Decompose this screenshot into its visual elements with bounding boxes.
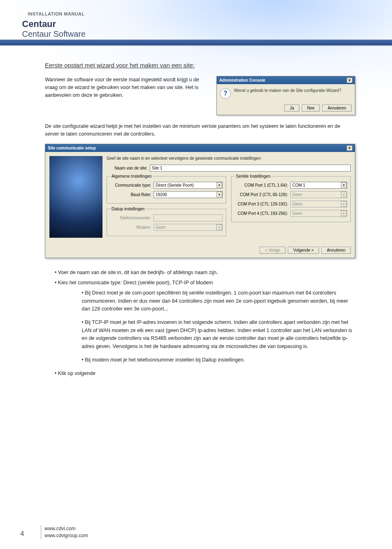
no-button[interactable]: Nee	[302, 105, 320, 112]
comm-type-label: Communicatie type:	[110, 183, 151, 187]
general-legend: Algemene Instellingen	[110, 174, 153, 179]
modem-select: Geen▾	[154, 224, 223, 231]
dialog2-titlebar: Site communicatie setup ×	[45, 144, 355, 152]
chevron-down-icon: ▾	[216, 192, 222, 197]
back-button: < Vorige	[260, 247, 285, 254]
footer-links: www.cdvi.com www.cdvigroup.com	[41, 525, 88, 539]
serial-legend: Seriële Instellingen	[235, 174, 272, 179]
question-icon: ?	[220, 88, 231, 99]
com3-label: COM Port 3 (CTL 129-192):	[235, 202, 288, 206]
com2-select: Geen▾	[290, 191, 347, 198]
wizard-image	[49, 156, 102, 238]
yes-button[interactable]: Ja	[284, 105, 299, 112]
page-number: 4	[20, 530, 24, 538]
chevron-down-icon: ▾	[216, 224, 222, 230]
general-settings-group: Algemene Instellingen Communicatie type:…	[107, 174, 226, 203]
product-subtitle: Centaur Software	[22, 29, 372, 39]
phone-label: Telefoonnummer:	[110, 216, 151, 220]
baud-select[interactable]: 19200▾	[154, 191, 223, 198]
close-icon[interactable]: ×	[347, 145, 352, 151]
chevron-down-icon: ▾	[216, 182, 222, 188]
footer-link-1: www.cdvi.com	[45, 525, 88, 532]
com1-label: COM Port 1 (CTL 1-64):	[235, 183, 288, 187]
dialog-titlebar: Administration Console ×	[217, 76, 355, 84]
com1-select[interactable]: COM 1▾	[290, 182, 347, 189]
modem-label: Modem:	[110, 225, 151, 230]
com3-select: Geen▾	[290, 201, 347, 208]
product-title: Centaur	[22, 19, 372, 29]
bullet-3: • Klik op volgende	[55, 370, 355, 377]
com4-label: COM Port 4 (CTL 193-256):	[235, 211, 288, 216]
intro-paragraph: Wanneer de software voor de eerste maal …	[45, 76, 211, 99]
section-heading: Eerste opstart met wizard voor het maken…	[45, 62, 355, 69]
dialup-legend: Dialup instellingen	[110, 207, 146, 211]
admin-console-dialog: Administration Console × ? Wenst u gebru…	[216, 76, 355, 115]
com2-label: COM Port 2 (CTL 65-128):	[235, 192, 288, 197]
chevron-down-icon: ▾	[341, 192, 347, 197]
site-name-label: Naam van de site:	[107, 166, 147, 170]
phone-input	[154, 214, 223, 221]
dialup-settings-group: Dialup instellingen Telefoonnummer: Mode…	[107, 207, 226, 236]
cancel-button[interactable]: Annuleren	[321, 247, 351, 254]
close-icon[interactable]: ×	[347, 78, 352, 83]
site-setup-dialog: Site communicatie setup × Geef de site n…	[45, 144, 355, 258]
paragraph-2: De site configuratie wizard helpt je met…	[45, 123, 355, 138]
bullet-1: • Voer de naam van de site in, dit kan d…	[55, 269, 355, 277]
chevron-down-icon: ▾	[341, 182, 347, 188]
manual-label: INSTALLATION MANUAL	[28, 11, 372, 16]
bullet-sub-2: • Bij TCP-IP moet je het IP-adres invoer…	[82, 319, 355, 350]
com4-select: Geen▾	[290, 210, 347, 217]
header-bar	[0, 40, 392, 45]
bullet-2: • Kies het communicatie type: Direct (se…	[55, 279, 355, 287]
dialog-title-text: Administration Console	[219, 78, 265, 83]
site-name-input[interactable]	[150, 165, 351, 172]
baud-label: Baud Rate:	[110, 192, 151, 197]
chevron-down-icon: ▾	[341, 201, 347, 207]
dialog2-title-text: Site communicatie setup	[48, 146, 96, 150]
dialog-message: Wenst u gebruik te maken van de Site con…	[234, 88, 341, 93]
footer-link-2: www.cdvigroup.com	[45, 532, 88, 539]
bullet-sub-1: • Bij Direct moet je de com-poort specif…	[82, 289, 355, 313]
next-button[interactable]: Volgende >	[288, 247, 319, 254]
cancel-button[interactable]: Annuleren	[322, 105, 352, 112]
form-instruction: Geef de site naam in en selecteer vervol…	[107, 156, 351, 161]
chevron-down-icon: ▾	[341, 210, 347, 216]
bullet-sub-3: • Bij modem moet je het telefoonnummer i…	[82, 356, 355, 364]
serial-settings-group: Seriële Instellingen COM Port 1 (CTL 1-6…	[231, 174, 351, 222]
comm-type-select[interactable]: Direct (Seriele Poort)▾	[154, 182, 223, 189]
